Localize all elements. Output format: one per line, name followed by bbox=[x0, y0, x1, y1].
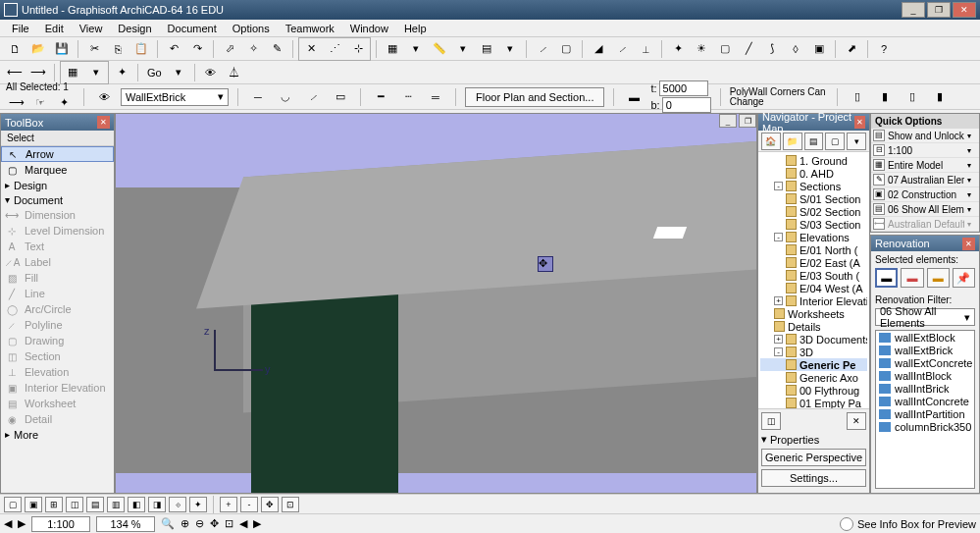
favorites-list[interactable]: wallExtBlock wallExtBrick wallExtConcret… bbox=[875, 330, 975, 489]
tree-empty[interactable]: 01 Empty Pa bbox=[760, 397, 867, 408]
floorplan-section-button[interactable]: Floor Plan and Section... bbox=[465, 87, 604, 107]
menu-options[interactable]: Options bbox=[225, 21, 278, 36]
expand-document[interactable]: ▾ Document bbox=[1, 192, 114, 207]
qo-model[interactable]: ▦Entire Model▾ bbox=[871, 158, 979, 173]
tree-flythrough[interactable]: 00 Flythroug bbox=[760, 384, 867, 397]
ruler-icon[interactable]: 📏 bbox=[429, 39, 450, 59]
cursor-handle-icon[interactable]: ✥ bbox=[538, 256, 553, 272]
cursor-icon[interactable]: ⬀ bbox=[219, 39, 240, 59]
go-dd-icon[interactable]: ▾ bbox=[168, 63, 189, 82]
toolbox-title-bar[interactable]: ToolBox ✕ bbox=[1, 114, 114, 131]
nav-tab-layout[interactable]: ▤ bbox=[804, 133, 824, 150]
tree-details[interactable]: Details bbox=[760, 320, 867, 333]
sb-next[interactable]: ▶ bbox=[18, 517, 26, 530]
tool-elevation[interactable]: ⊥Elevation bbox=[1, 364, 114, 380]
export-icon[interactable]: ⬈ bbox=[841, 39, 862, 59]
tree-e04[interactable]: E/04 West (A bbox=[760, 282, 867, 294]
bt-4[interactable]: ◫ bbox=[66, 497, 83, 512]
trace-icon[interactable]: ▢ bbox=[555, 39, 577, 59]
menu-view[interactable]: View bbox=[72, 21, 111, 36]
bt-3[interactable]: ⊞ bbox=[45, 497, 63, 512]
nav-tab-view[interactable]: 📁 bbox=[783, 133, 802, 150]
tool-detail[interactable]: ◉Detail bbox=[1, 411, 114, 427]
layer-combo[interactable]: WallExtBrick ▾ bbox=[121, 88, 229, 106]
zoom-display[interactable]: 134 % bbox=[96, 516, 155, 532]
tree-ahd[interactable]: 0. AHD bbox=[760, 167, 867, 180]
reno-demo-button[interactable]: ▬ bbox=[927, 268, 950, 288]
tool-label[interactable]: ⟋ALabel bbox=[1, 254, 114, 270]
bt-1[interactable]: ▢ bbox=[4, 497, 22, 512]
menu-file[interactable]: File bbox=[4, 21, 37, 36]
paste-icon[interactable]: 📋 bbox=[130, 39, 152, 59]
bt-5[interactable]: ▤ bbox=[86, 497, 104, 512]
snap2-icon[interactable]: ⋰ bbox=[324, 39, 345, 59]
view-mode-icon[interactable]: ▦ bbox=[62, 63, 83, 82]
bt-zoom-out[interactable]: - bbox=[240, 497, 258, 512]
navigator-tree[interactable]: 1. Ground 0. AHD -Sections S/01 Section … bbox=[758, 152, 869, 408]
expand-design[interactable]: ▸ Design bbox=[1, 178, 114, 192]
save-icon[interactable]: 💾 bbox=[51, 39, 73, 59]
col1-icon[interactable]: ▯ bbox=[847, 87, 868, 107]
bt-8[interactable]: ◨ bbox=[148, 497, 166, 512]
maximize-button[interactable]: ❐ bbox=[927, 2, 951, 18]
cut-icon[interactable]: ✂ bbox=[83, 39, 105, 59]
person-icon[interactable]: ⏃ bbox=[224, 63, 245, 82]
star-icon[interactable]: ✦ bbox=[111, 63, 132, 82]
fav-wallintpartition[interactable]: wallIntPartition bbox=[876, 407, 974, 420]
tree-3d[interactable]: -3D bbox=[760, 346, 867, 358]
col3-icon[interactable]: ▯ bbox=[902, 87, 923, 107]
help-icon[interactable]: ? bbox=[873, 39, 895, 59]
menu-document[interactable]: Document bbox=[160, 21, 225, 36]
geom1-icon[interactable]: ─ bbox=[247, 87, 269, 107]
tool-dimension[interactable]: ⟷Dimension bbox=[1, 207, 114, 223]
nav-tab-publisher[interactable]: ▢ bbox=[825, 133, 845, 150]
scale-display[interactable]: 1:100 bbox=[31, 516, 90, 532]
tool-section[interactable]: ◫Section bbox=[1, 348, 114, 364]
dd3-icon[interactable]: ▾ bbox=[499, 39, 521, 59]
tool-level-dimension[interactable]: ⊹Level Dimension bbox=[1, 223, 114, 239]
tree-e03[interactable]: E/03 South ( bbox=[760, 269, 867, 282]
tree-sections[interactable]: -Sections bbox=[760, 180, 867, 192]
generic-perspective-button[interactable]: Generic Perspective bbox=[761, 449, 866, 466]
sun-icon[interactable]: ☀ bbox=[691, 39, 712, 59]
measure-icon[interactable]: ⟋ bbox=[532, 39, 553, 59]
menu-edit[interactable]: Edit bbox=[37, 21, 72, 36]
sb-zoom2[interactable]: ⊕ bbox=[181, 517, 189, 530]
tree-interior[interactable]: +Interior Elevatio bbox=[760, 294, 867, 307]
fav-wallintbrick[interactable]: wallIntBrick bbox=[876, 382, 974, 395]
menu-teamwork[interactable]: Teamwork bbox=[278, 21, 342, 36]
qo-scale[interactable]: ⊟1:100▾ bbox=[871, 143, 979, 158]
sb-zoom1[interactable]: 🔍 bbox=[161, 517, 175, 530]
bt-zoom-in[interactable]: + bbox=[220, 497, 237, 512]
qo-layers[interactable]: ▤Show and Unlock ALL▾ bbox=[871, 129, 979, 143]
fav-wallextblock[interactable]: wallExtBlock bbox=[876, 331, 974, 344]
tree-s01[interactable]: S/01 Section bbox=[760, 192, 867, 205]
sel-btn1[interactable]: ⟶ bbox=[6, 92, 27, 112]
tool-b-icon[interactable]: ⟋ bbox=[611, 39, 633, 59]
navigator-title-bar[interactable]: Navigator - Project Map ✕ bbox=[758, 114, 869, 131]
reno-existing-button[interactable]: ▬ bbox=[875, 268, 898, 288]
fav-columnbrick[interactable]: columnBrick350 bbox=[876, 420, 974, 433]
dd1-icon[interactable]: ▾ bbox=[405, 39, 427, 59]
expand-more[interactable]: ▸ More bbox=[1, 427, 114, 442]
bt-fit[interactable]: ⊡ bbox=[282, 497, 299, 512]
home-icon[interactable]: ⟵ bbox=[4, 63, 26, 82]
tool-arc[interactable]: ◯Arc/Circle bbox=[1, 301, 114, 317]
tree-elevations[interactable]: -Elevations bbox=[760, 231, 867, 243]
redo-icon[interactable]: ↷ bbox=[186, 39, 208, 59]
viewport-min-icon[interactable]: _ bbox=[719, 114, 737, 128]
tool-marquee[interactable]: ▢Marquee bbox=[1, 162, 114, 178]
tool-drawing[interactable]: ▢Drawing bbox=[1, 333, 114, 348]
toolbox-close-icon[interactable]: ✕ bbox=[97, 116, 110, 129]
sb-prev2[interactable]: ◀ bbox=[239, 517, 247, 530]
ref1-icon[interactable]: ━ bbox=[370, 87, 391, 107]
sb-fit[interactable]: ⊡ bbox=[225, 517, 233, 530]
qo-mvo[interactable]: ▣02 Construction▾ bbox=[871, 187, 979, 202]
bt-2[interactable]: ▣ bbox=[25, 497, 42, 512]
sel-btn2[interactable]: ☞ bbox=[29, 92, 51, 112]
tree-worksheets[interactable]: Worksheets bbox=[760, 307, 867, 320]
undo-icon[interactable]: ↶ bbox=[163, 39, 184, 59]
sb-prev[interactable]: ◀ bbox=[4, 517, 12, 530]
bt-pan[interactable]: ✥ bbox=[261, 497, 279, 512]
tool-arrow[interactable]: ↖Arrow bbox=[1, 146, 114, 162]
